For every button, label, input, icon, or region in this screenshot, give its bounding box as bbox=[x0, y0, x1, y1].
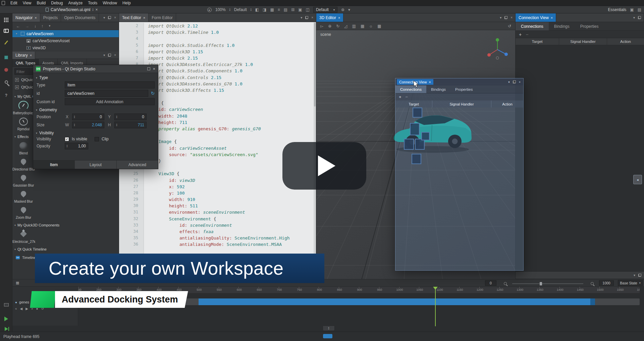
library-item-Blend[interactable]: Blend bbox=[12, 141, 35, 155]
float-panel-icon[interactable] bbox=[305, 16, 308, 19]
maximize-icon[interactable] bbox=[147, 67, 150, 70]
float-panel-icon[interactable] bbox=[108, 16, 111, 19]
perspective-label[interactable]: Essentials bbox=[608, 7, 627, 12]
navigator-item-carViewScreenAsset[interactable]: carViewScreenAsset bbox=[12, 37, 119, 44]
state-select[interactable]: Base State▾ bbox=[618, 280, 643, 286]
x-stepper[interactable]: ▴▾0 bbox=[72, 114, 104, 120]
panel-menu-icon[interactable]: ▾ bbox=[103, 53, 105, 57]
toolbar-icon-b-1[interactable]: ▾ bbox=[348, 7, 350, 12]
timeline-collapse-handle[interactable]: ▴▾ bbox=[323, 326, 335, 331]
reset-view-icon[interactable]: ↺ bbox=[508, 24, 511, 28]
video-play-button[interactable] bbox=[282, 142, 366, 190]
navigator-item-carViewScreen[interactable]: ▾carViewScreen bbox=[12, 30, 119, 37]
run-to-end-icon[interactable] bbox=[0, 327, 12, 331]
tab-bindings[interactable]: Bindings bbox=[549, 22, 575, 30]
library-item-Batterydisplay[interactable]: Batterydisplay bbox=[12, 101, 35, 115]
close-icon[interactable]: × bbox=[429, 80, 431, 84]
expand-plus-icon[interactable]: + bbox=[15, 78, 19, 82]
move-right-icon[interactable]: → bbox=[25, 24, 29, 28]
tab-properties[interactable]: Properties bbox=[575, 22, 604, 30]
tab-properties[interactable]: Properties bbox=[450, 85, 477, 93]
library-item-Electriccar_27k[interactable]: Electriccar_27k bbox=[12, 229, 35, 244]
tab-item[interactable]: Item bbox=[33, 160, 75, 169]
editor3d-tool-icon-1[interactable]: ⊕ bbox=[328, 24, 331, 28]
editor3d-tool-icon-2[interactable]: ↻ bbox=[336, 24, 339, 28]
column-action[interactable]: Action bbox=[607, 38, 644, 45]
close-icon[interactable]: × bbox=[143, 16, 145, 20]
column-signal-handler[interactable]: Signal Handler bbox=[432, 100, 491, 108]
library-item-Masked Blur[interactable]: Masked Blur bbox=[12, 189, 35, 203]
type-field[interactable]: Item bbox=[65, 81, 155, 88]
horizontal-scrollbar-thumb[interactable] bbox=[323, 334, 332, 338]
toolbar-icon-5[interactable]: ⊞ bbox=[291, 7, 294, 12]
opacity-stepper[interactable]: ▴▾1,00 bbox=[65, 143, 88, 149]
menu-edit[interactable]: Edit bbox=[8, 1, 20, 5]
menu-window[interactable]: Window bbox=[100, 1, 120, 5]
library-section-header[interactable]: ▾Qt Quick Timeline bbox=[12, 246, 119, 253]
clip-checkbox[interactable] bbox=[95, 137, 99, 141]
zoom-slider-thumb[interactable] bbox=[540, 282, 542, 285]
column-target[interactable]: Target bbox=[516, 38, 559, 45]
dragged-connection-view-panel[interactable]: Connection View× ▾× Connections Bindings… bbox=[395, 78, 524, 271]
float-panel-icon[interactable] bbox=[108, 54, 111, 57]
add-connection-button[interactable]: + bbox=[519, 32, 522, 37]
float-panel-icon[interactable] bbox=[638, 16, 641, 19]
style-stepper-icon[interactable]: ▴▾ bbox=[251, 8, 252, 11]
section-geometry[interactable]: ▾Geometry bbox=[36, 108, 155, 112]
menu-view[interactable]: View bbox=[20, 1, 34, 5]
close-icon[interactable]: × bbox=[35, 16, 37, 20]
toolbar-right-icon-1[interactable]: ▤ bbox=[638, 7, 641, 12]
play-icon[interactable]: ▶ bbox=[25, 307, 28, 311]
panel-menu-icon[interactable]: ▾ bbox=[634, 273, 635, 277]
menu-analyze[interactable]: Analyze bbox=[66, 1, 86, 5]
document-switch-icon[interactable]: ▴▾ bbox=[93, 8, 94, 11]
tab-advanced[interactable]: Advanced bbox=[117, 160, 158, 169]
panel-menu-icon[interactable]: ▾ bbox=[508, 80, 510, 84]
panel-menu-icon[interactable]: ▾ bbox=[500, 16, 501, 19]
zoom-in-icon[interactable] bbox=[591, 282, 594, 285]
editor3d-tool-icon-7[interactable]: ▩ bbox=[377, 24, 381, 28]
panel-menu-icon[interactable]: ▾ bbox=[633, 16, 635, 19]
kit-select[interactable]: Default▾ bbox=[313, 7, 337, 13]
close-icon[interactable]: × bbox=[153, 66, 155, 71]
float-panel-icon[interactable] bbox=[513, 80, 516, 83]
toolbar-icon-6[interactable]: ▣ bbox=[298, 7, 302, 12]
toolbar-icon-b-0[interactable]: ⊕ bbox=[341, 7, 344, 12]
zoom-fit-icon[interactable]: ▶ bbox=[207, 8, 212, 12]
zoom-level[interactable]: 100% bbox=[215, 7, 226, 12]
panel-menu-icon[interactable]: ▾ bbox=[103, 16, 105, 19]
playhead-line[interactable] bbox=[435, 287, 436, 326]
timeline-duration-bar-end[interactable] bbox=[590, 298, 595, 305]
float-panel-icon[interactable] bbox=[638, 274, 641, 277]
debug-mode-icon[interactable] bbox=[0, 68, 12, 72]
help-icon[interactable]: ? bbox=[0, 93, 12, 98]
close-icon[interactable]: × bbox=[551, 16, 553, 20]
welcome-mode-icon[interactable] bbox=[0, 17, 12, 22]
zoom-start-field[interactable]: 0 bbox=[485, 280, 496, 286]
library-section-header[interactable]: ▾My Quick3D Components bbox=[12, 222, 119, 228]
timeline-duration-bar[interactable] bbox=[199, 298, 590, 305]
reset-id-icon[interactable]: ↻ bbox=[151, 91, 155, 96]
expand-caret-icon[interactable]: ▾ bbox=[16, 32, 19, 35]
editor3d-tool-icon-3[interactable]: ◿ bbox=[344, 24, 347, 28]
zoom-stepper-icon[interactable]: ▴▾ bbox=[229, 8, 230, 11]
close-panel-icon[interactable]: × bbox=[511, 16, 513, 19]
properties-dialog[interactable]: DS Properties - Qt Design Studio × ▾Type… bbox=[33, 65, 158, 169]
section-visibility[interactable]: ▾Visibility bbox=[36, 131, 155, 135]
library-item-Zoom Blur[interactable]: Zoom Blur bbox=[12, 205, 35, 219]
menu-tools[interactable]: Tools bbox=[85, 1, 100, 5]
preview-screen-icon[interactable] bbox=[0, 303, 12, 306]
remove-connection-button[interactable]: − bbox=[526, 32, 528, 37]
editor3d-tool-icon-5[interactable]: ▦ bbox=[361, 24, 364, 28]
menu-help[interactable]: Help bbox=[120, 1, 133, 5]
menu-build[interactable]: Build bbox=[34, 1, 48, 5]
tab-form-editor[interactable]: Form Editor bbox=[149, 13, 176, 22]
editor3d-tool-icon-4[interactable]: ▥ bbox=[352, 24, 356, 28]
tab-text-editor[interactable]: Text Editor× bbox=[119, 13, 149, 22]
zoom-slider[interactable] bbox=[512, 283, 583, 284]
section-type[interactable]: ▾Type bbox=[36, 75, 155, 80]
toolbar-icon-3[interactable]: ≡ bbox=[278, 7, 280, 12]
panel-menu-icon[interactable]: ▾ bbox=[301, 16, 302, 19]
menu-debug[interactable]: Debug bbox=[48, 1, 65, 5]
close-panel-icon[interactable]: × bbox=[114, 16, 116, 19]
